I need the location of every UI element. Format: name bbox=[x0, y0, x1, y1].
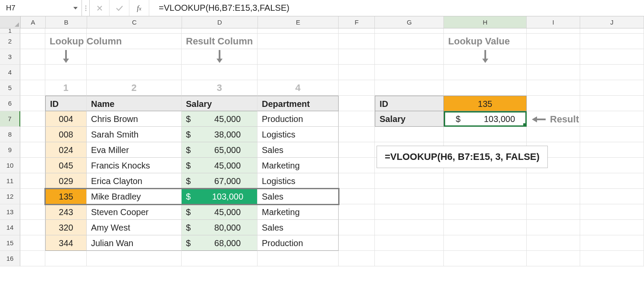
cell-id[interactable]: 004 bbox=[45, 111, 87, 127]
cell-name[interactable]: Amy West bbox=[87, 220, 182, 235]
cell-dept[interactable]: Sales bbox=[258, 142, 339, 158]
formula-input[interactable]: =VLOOKUP(H6,B7:E15,3,FALSE) bbox=[149, 3, 644, 13]
confirm-formula-button[interactable] bbox=[110, 0, 129, 16]
lookup-salary-label[interactable]: Salary bbox=[375, 111, 444, 127]
svg-point-0 bbox=[85, 5, 86, 6]
cancel-formula-button[interactable] bbox=[90, 0, 110, 16]
lookup-id-label[interactable]: ID bbox=[375, 96, 444, 111]
cell-name[interactable]: Chris Brown bbox=[87, 111, 182, 127]
col-header-A[interactable]: A bbox=[21, 16, 46, 28]
svg-point-1 bbox=[85, 7, 86, 9]
cell-id[interactable]: 045 bbox=[45, 158, 87, 173]
cell-name[interactable]: Sarah Smith bbox=[87, 127, 182, 142]
table-header-salary[interactable]: Salary bbox=[182, 96, 258, 111]
cell-dept[interactable]: Marketing bbox=[258, 204, 339, 220]
table-header-dept[interactable]: Department bbox=[258, 96, 339, 111]
formula-bar-divider bbox=[82, 0, 90, 16]
insert-function-button[interactable]: fx bbox=[129, 0, 149, 16]
annotation-lookup-value: Lookup Value bbox=[444, 34, 527, 49]
annotation-result: Result bbox=[531, 114, 579, 125]
row-header-12[interactable]: 12 bbox=[0, 189, 20, 204]
name-box-dropdown-icon[interactable] bbox=[72, 5, 79, 12]
svg-point-2 bbox=[85, 9, 86, 11]
row-header-2[interactable]: 2 bbox=[0, 34, 20, 49]
arrow-down-icon bbox=[45, 49, 87, 65]
annotation-result-column: Result Column bbox=[182, 34, 258, 49]
arrow-down-icon bbox=[182, 49, 258, 65]
row-header-5[interactable]: 5 bbox=[0, 80, 20, 96]
col-header-D[interactable]: D bbox=[182, 16, 258, 28]
cell-dept[interactable]: Marketing bbox=[258, 158, 339, 173]
cell-name[interactable]: Eva Miller bbox=[87, 142, 182, 158]
col-index-2: 2 bbox=[87, 80, 182, 96]
annotation-lookup-column: Lookup Column bbox=[45, 34, 87, 49]
cell-id[interactable]: 024 bbox=[45, 142, 87, 158]
cell-salary[interactable]: $67,000 bbox=[182, 173, 258, 189]
row-header-14[interactable]: 14 bbox=[0, 220, 20, 235]
col-index-3: 3 bbox=[182, 80, 258, 96]
name-box[interactable]: H7 bbox=[0, 0, 82, 16]
row-header-11[interactable]: 11 bbox=[0, 173, 20, 189]
col-header-E[interactable]: E bbox=[258, 16, 339, 28]
row-headers: 1 2 3 4 5 6 7 8 9 10 11 12 13 14 15 16 bbox=[0, 28, 20, 266]
col-header-H[interactable]: H bbox=[444, 16, 527, 28]
cell-dept[interactable]: Sales bbox=[258, 220, 339, 235]
cell-salary-highlighted[interactable]: $103,000 bbox=[182, 189, 258, 204]
row-header-7[interactable]: 7 bbox=[0, 111, 20, 127]
row-header-3[interactable]: 3 bbox=[0, 49, 20, 65]
col-header-C[interactable]: C bbox=[87, 16, 182, 28]
col-header-J[interactable]: J bbox=[580, 16, 644, 28]
cell-salary[interactable]: $38,000 bbox=[182, 127, 258, 142]
cell-dept[interactable]: Production bbox=[258, 235, 339, 251]
cells-area[interactable]: Lookup Column Result Column Lookup Value bbox=[20, 28, 644, 266]
table-header-name[interactable]: Name bbox=[87, 96, 182, 111]
row-header-6[interactable]: 6 bbox=[0, 96, 20, 111]
row-header-8[interactable]: 8 bbox=[0, 127, 20, 142]
col-index-4: 4 bbox=[258, 80, 339, 96]
active-cell-result[interactable]: $103,000 bbox=[444, 111, 527, 127]
column-headers: A B C D E F G H I J bbox=[0, 16, 644, 28]
cell-id[interactable]: 344 bbox=[45, 235, 87, 251]
lookup-id-value[interactable]: 135 bbox=[444, 96, 527, 111]
formula-display-box: =VLOOKUP(H6, B7:E15, 3, FALSE) bbox=[377, 146, 548, 168]
fx-icon: fx bbox=[137, 4, 141, 12]
cell-name[interactable]: Francis Knocks bbox=[87, 158, 182, 173]
col-header-F[interactable]: F bbox=[339, 16, 375, 28]
row-header-1[interactable]: 1 bbox=[0, 28, 20, 34]
cell-id[interactable]: 320 bbox=[45, 220, 87, 235]
row-header-9[interactable]: 9 bbox=[0, 142, 20, 158]
row-header-4[interactable]: 4 bbox=[0, 65, 20, 80]
cell-salary[interactable]: $45,000 bbox=[182, 204, 258, 220]
cell-dept[interactable]: Sales bbox=[258, 189, 339, 204]
cell-dept[interactable]: Logistics bbox=[258, 173, 339, 189]
arrow-down-icon bbox=[444, 49, 527, 65]
cell-name[interactable]: Julian Wan bbox=[87, 235, 182, 251]
cell-id[interactable]: 243 bbox=[45, 204, 87, 220]
cell-salary[interactable]: $45,000 bbox=[182, 111, 258, 127]
cell-name[interactable]: Mike Bradley bbox=[87, 189, 182, 204]
cell-salary[interactable]: $68,000 bbox=[182, 235, 258, 251]
col-header-G[interactable]: G bbox=[375, 16, 444, 28]
cell-name[interactable]: Steven Cooper bbox=[87, 204, 182, 220]
cell-name[interactable]: Erica Clayton bbox=[87, 173, 182, 189]
name-box-ref: H7 bbox=[6, 4, 16, 12]
cell-id-highlighted[interactable]: 135 bbox=[45, 189, 87, 204]
cell-id[interactable]: 008 bbox=[45, 127, 87, 142]
cell-salary[interactable]: $45,000 bbox=[182, 158, 258, 173]
table-header-id[interactable]: ID bbox=[45, 96, 87, 111]
cell-dept[interactable]: Logistics bbox=[258, 127, 339, 142]
col-index-1: 1 bbox=[45, 80, 87, 96]
cell-salary[interactable]: $80,000 bbox=[182, 220, 258, 235]
row-header-10[interactable]: 10 bbox=[0, 158, 20, 173]
col-header-I[interactable]: I bbox=[527, 16, 580, 28]
select-all-corner[interactable] bbox=[0, 16, 21, 28]
col-header-B[interactable]: B bbox=[46, 16, 87, 28]
spreadsheet-grid: 1 2 3 4 5 6 7 8 9 10 11 12 13 14 15 16 L… bbox=[0, 28, 644, 266]
row-header-15[interactable]: 15 bbox=[0, 235, 20, 251]
arrow-left-icon bbox=[531, 115, 546, 124]
cell-salary[interactable]: $65,000 bbox=[182, 142, 258, 158]
row-header-16[interactable]: 16 bbox=[0, 251, 20, 266]
row-header-13[interactable]: 13 bbox=[0, 204, 20, 220]
cell-dept[interactable]: Production bbox=[258, 111, 339, 127]
cell-id[interactable]: 029 bbox=[45, 173, 87, 189]
